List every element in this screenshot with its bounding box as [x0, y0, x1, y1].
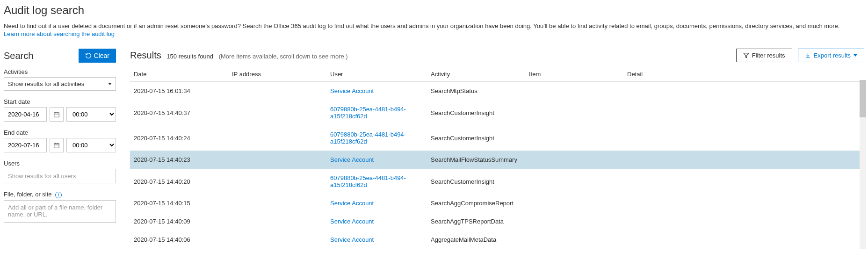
cell-detail: [623, 169, 864, 194]
file-input[interactable]: [4, 200, 116, 223]
export-results-button[interactable]: Export results: [798, 49, 864, 62]
cell-user: Service Account: [326, 194, 427, 212]
table-row[interactable]: 2020-07-15 14:40:23Service AccountSearch…: [130, 151, 864, 169]
file-label: File, folder, or site i: [4, 191, 116, 198]
cell-item: [525, 194, 623, 212]
col-header-user[interactable]: User: [326, 67, 427, 82]
calendar-icon: [53, 142, 60, 149]
scrollbar-thumb[interactable]: [860, 80, 866, 117]
table-row[interactable]: 2020-07-15 14:40:09Service AccountSearch…: [130, 212, 864, 231]
cell-date: 2020-07-15 14:40:09: [130, 212, 228, 231]
table-row[interactable]: 2020-07-15 14:40:06Service AccountAggreg…: [130, 231, 864, 249]
user-link[interactable]: Service Account: [330, 200, 374, 207]
cell-user: Service Account: [326, 212, 427, 231]
cell-detail: [623, 151, 864, 169]
end-date-calendar-button[interactable]: [50, 138, 64, 152]
table-row[interactable]: 2020-07-15 14:40:376079880b-25ea-4481-b4…: [130, 100, 864, 125]
cell-activity: AggregateMailMetaData: [427, 231, 525, 249]
cell-ip: [228, 169, 326, 194]
cell-date: 2020-07-15 14:40:20: [130, 169, 228, 194]
cell-activity: SearchMailFlowStatusSummary: [427, 151, 525, 169]
table-row[interactable]: 2020-07-15 14:40:246079880b-25ea-4481-b4…: [130, 125, 864, 151]
cell-date: 2020-07-15 14:40:06: [130, 231, 228, 249]
cell-activity: SearchCustomerInsight: [427, 169, 525, 194]
user-link[interactable]: Service Account: [330, 218, 374, 225]
cell-detail: [623, 100, 864, 125]
cell-ip: [228, 194, 326, 212]
cell-user: Service Account: [326, 82, 427, 101]
results-panel: Results 150 results found (More items av…: [130, 49, 864, 249]
cell-date: 2020-07-15 14:40:15: [130, 194, 228, 212]
user-link[interactable]: Service Account: [330, 87, 374, 94]
results-count: 150 results found: [166, 53, 213, 60]
cell-ip: [228, 151, 326, 169]
cell-item: [525, 100, 623, 125]
cell-item: [525, 231, 623, 249]
user-link[interactable]: 6079880b-25ea-4481-b494-a15f218cf62d: [330, 106, 406, 120]
user-link[interactable]: Service Account: [330, 156, 374, 163]
table-row[interactable]: 2020-07-15 14:40:15Service AccountSearch…: [130, 194, 864, 212]
filter-results-label: Filter results: [752, 52, 785, 59]
download-icon: [805, 52, 811, 58]
cell-ip: [228, 212, 326, 231]
search-title: Search: [4, 51, 33, 61]
cell-item: [525, 212, 623, 231]
cell-ip: [228, 231, 326, 249]
col-header-ip[interactable]: IP address: [228, 67, 326, 82]
cell-activity: SearchAggCompromiseReport: [427, 194, 525, 212]
cell-user: 6079880b-25ea-4481-b494-a15f218cf62d: [326, 169, 427, 194]
scrollbar[interactable]: [860, 80, 866, 249]
col-header-item[interactable]: Item: [525, 67, 623, 82]
info-icon[interactable]: i: [55, 192, 62, 198]
cell-date: 2020-07-15 14:40:24: [130, 125, 228, 151]
start-date-calendar-button[interactable]: [50, 107, 64, 122]
users-input[interactable]: [4, 169, 116, 183]
filter-icon: [743, 52, 749, 58]
svg-rect-0: [54, 112, 59, 116]
cell-user: Service Account: [326, 231, 427, 249]
start-date-label: Start date: [4, 98, 116, 105]
results-table: Date IP address User Activity Item Detai…: [130, 67, 864, 249]
cell-detail: [623, 231, 864, 249]
svg-marker-8: [744, 53, 749, 58]
svg-rect-4: [54, 143, 59, 147]
clear-button[interactable]: Clear: [79, 49, 116, 63]
cell-detail: [623, 194, 864, 212]
cell-activity: SearchMtpStatus: [427, 82, 525, 101]
start-date-input[interactable]: [4, 107, 47, 122]
cell-activity: SearchAggTPSReportData: [427, 212, 525, 231]
cell-detail: [623, 125, 864, 151]
col-header-date[interactable]: Date: [130, 67, 228, 82]
col-header-detail[interactable]: Detail: [623, 67, 864, 82]
end-date-label: End date: [4, 129, 116, 136]
user-link[interactable]: 6079880b-25ea-4481-b494-a15f218cf62d: [330, 131, 406, 145]
cell-item: [525, 82, 623, 101]
page-title: Audit log search: [4, 4, 864, 17]
cell-detail: [623, 82, 864, 101]
activities-label: Activities: [4, 68, 116, 75]
search-panel: Search Clear Activities Show results for…: [4, 49, 116, 249]
results-hint: (More items available, scroll down to se…: [219, 53, 348, 60]
start-time-select[interactable]: 00:00: [66, 107, 116, 122]
caret-down-icon: [854, 54, 857, 57]
caret-down-icon: [108, 83, 112, 85]
cell-date: 2020-07-15 14:40:37: [130, 100, 228, 125]
user-link[interactable]: Service Account: [330, 236, 374, 243]
page-description: Need to find out if a user deleted a doc…: [4, 22, 864, 29]
cell-activity: SearchCustomerInsight: [427, 125, 525, 151]
learn-more-link[interactable]: Learn more about searching the audit log: [4, 30, 115, 37]
activities-dropdown[interactable]: Show results for all activities: [4, 77, 116, 91]
users-label: Users: [4, 160, 116, 167]
table-row[interactable]: 2020-07-15 14:40:206079880b-25ea-4481-b4…: [130, 169, 864, 194]
end-date-input[interactable]: [4, 138, 47, 152]
table-row[interactable]: 2020-07-15 16:01:34Service AccountSearch…: [130, 82, 864, 101]
end-time-select[interactable]: 00:00: [66, 138, 116, 152]
clear-button-label: Clear: [94, 52, 109, 59]
col-header-activity[interactable]: Activity: [427, 67, 525, 82]
user-link[interactable]: 6079880b-25ea-4481-b494-a15f218cf62d: [330, 174, 406, 188]
cell-ip: [228, 100, 326, 125]
cell-user: 6079880b-25ea-4481-b494-a15f218cf62d: [326, 100, 427, 125]
filter-results-button[interactable]: Filter results: [736, 49, 792, 62]
cell-ip: [228, 82, 326, 101]
activities-value: Show results for all activities: [8, 80, 84, 87]
